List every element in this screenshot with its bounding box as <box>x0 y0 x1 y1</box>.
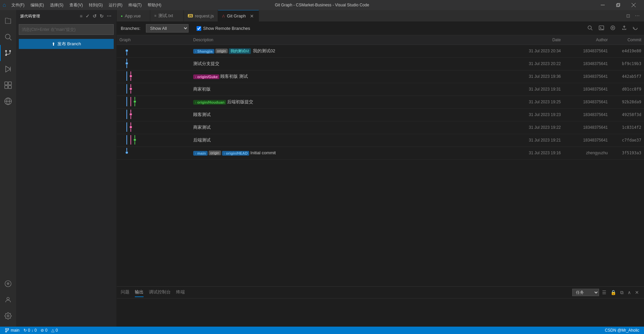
commit-description: 后端测试 <box>191 134 503 147</box>
commit-hash: d01cc8f9 <box>610 83 644 96</box>
activity-remote[interactable] <box>0 93 16 109</box>
panel-copy-icon[interactable]: ⧉ <box>619 289 625 296</box>
status-credit: CSDN @Mr_Aholic <box>603 328 641 333</box>
activity-run[interactable] <box>0 61 16 77</box>
svg-point-27 <box>611 26 615 30</box>
table-row[interactable]: ↓Shangjia origin我的测试02我的测试0231 Jul 2023 … <box>117 45 644 57</box>
show-remote-checkbox[interactable] <box>197 26 201 31</box>
branches-select[interactable]: Show All main origin/Guke origin/Houduan <box>146 24 189 33</box>
activity-account[interactable] <box>0 292 16 308</box>
activity-bar <box>0 10 16 327</box>
status-sync[interactable]: ↻ 0 ↓ 0 <box>21 327 39 334</box>
svg-point-8 <box>9 50 11 52</box>
status-errors-label: ⊘ 0 <box>41 328 47 333</box>
sidebar-more-icon[interactable]: ⋯ <box>106 13 112 19</box>
sidebar: 源代码管理 ≡ ✓ ↺ ↻ ⋯ ⬆ 发布 Branch <box>16 10 117 327</box>
activity-bottom-group <box>0 276 16 324</box>
panel-lock-icon[interactable]: 🔒 <box>609 289 617 296</box>
menu-edit[interactable]: 编辑(E) <box>28 2 47 9</box>
tab-test-txt[interactable]: = 测试.txt <box>150 10 184 21</box>
sidebar-check-icon[interactable]: ✓ <box>85 13 91 19</box>
tab-git-graph-label: Git Graph <box>227 13 246 18</box>
graph-cell <box>117 45 191 57</box>
menu-view[interactable]: 查看(V) <box>67 2 86 9</box>
sidebar-header-icons: ≡ ✓ ↺ ↻ ⋯ <box>79 13 112 19</box>
git-graph-area[interactable]: Graph Description Date Author Commit ↓Sh… <box>117 35 644 286</box>
activity-extensions[interactable] <box>0 77 16 93</box>
publish-branch-button[interactable]: ⬆ 发布 Branch <box>19 39 114 49</box>
sidebar-header: 源代码管理 ≡ ✓ ↺ ↻ ⋯ <box>16 10 116 22</box>
activity-search[interactable] <box>0 29 16 45</box>
commit-msg-text: 顾客初版 测试 <box>220 74 248 79</box>
table-row[interactable]: 测试分支提交31 Jul 2023 20:2218348375641bf9c19… <box>117 57 644 70</box>
menu-file[interactable]: 文件(F) <box>9 2 27 9</box>
commit-description: ↓origin/Houduan 后端初版提交 <box>191 96 503 108</box>
search-commits-icon[interactable] <box>586 24 594 33</box>
sidebar-menu-icon[interactable]: ≡ <box>79 13 84 19</box>
table-row[interactable]: ↓main origin ↓origin/HEAD Initial commit… <box>117 147 644 159</box>
terminal-icon[interactable] <box>597 24 606 33</box>
menu-run[interactable]: 运行(R) <box>106 2 125 9</box>
table-row[interactable]: 商家测试31 Jul 2023 19:22183483756411c8314f2 <box>117 121 644 134</box>
panel-list-icon[interactable]: ☰ <box>601 289 607 296</box>
table-row[interactable]: ↓origin/Houduan 后端初版提交31 Jul 2023 19:251… <box>117 96 644 108</box>
table-row[interactable]: ↓origin/Guke 顾客初版 测试31 Jul 2023 19:36183… <box>117 70 644 83</box>
table-row[interactable]: 后端测试31 Jul 2023 19:2118348375641c7fdae37 <box>117 134 644 147</box>
panel-tab-problems[interactable]: 问题 <box>121 288 129 297</box>
tab-request-js-label: request.js <box>195 13 214 18</box>
settings-icon[interactable] <box>608 24 617 33</box>
tab-test-txt-icon: = <box>154 14 156 18</box>
commit-date: 31 Jul 2023 19:25 <box>503 96 564 108</box>
table-row[interactable]: 商家初版31 Jul 2023 19:3118348375641d01cc8f9 <box>117 83 644 96</box>
minimize-button[interactable] <box>595 0 610 10</box>
panel-tab-debug[interactable]: 调试控制台 <box>149 288 171 297</box>
panel-close-icon[interactable]: ✕ <box>634 289 640 296</box>
panel-tab-terminal[interactable]: 终端 <box>176 288 185 297</box>
activity-source-control[interactable] <box>0 45 16 61</box>
sidebar-undo-icon[interactable]: ↺ <box>92 13 98 19</box>
activity-settings[interactable] <box>0 308 16 324</box>
menu-select[interactable]: 选择(S) <box>47 2 66 9</box>
close-button[interactable] <box>626 0 641 10</box>
commit-author: 18348375641 <box>564 83 610 96</box>
commit-description: 商家初版 <box>191 83 503 96</box>
task-select[interactable]: 任务 <box>572 289 599 296</box>
tab-request-js[interactable]: JS request.js <box>184 10 218 21</box>
svg-line-6 <box>10 39 12 41</box>
sidebar-redo-icon[interactable]: ↻ <box>99 13 105 19</box>
panel-up-icon[interactable]: ∧ <box>627 289 632 296</box>
commit-date: 31 Jul 2023 20:34 <box>503 45 564 57</box>
svg-rect-15 <box>8 86 11 89</box>
tab-app-vue-dot: ● <box>121 14 123 18</box>
status-errors[interactable]: ⊘ 0 <box>39 327 49 334</box>
activity-explorer[interactable] <box>0 13 16 29</box>
split-editor-icon[interactable]: ⊡ <box>625 12 632 19</box>
tab-git-graph[interactable]: ⑃ Git Graph ✕ <box>218 10 259 21</box>
commit-message-input[interactable] <box>19 24 114 35</box>
refresh-icon[interactable] <box>631 24 640 33</box>
table-row[interactable]: 顾客测试31 Jul 2023 19:231834837564149258f3d <box>117 108 644 121</box>
tab-git-graph-close[interactable]: ✕ <box>249 13 255 19</box>
status-right: CSDN @Mr_Aholic <box>603 328 641 333</box>
panel-content <box>117 298 644 327</box>
svg-point-9 <box>5 54 7 56</box>
push-icon[interactable] <box>620 24 629 33</box>
panel-tab-output[interactable]: 输出 <box>135 288 144 297</box>
tab-app-vue[interactable]: ● App.vue <box>117 10 150 21</box>
more-tabs-icon[interactable]: ⋯ <box>633 12 641 19</box>
menu-help[interactable]: 帮助(H) <box>145 2 164 9</box>
svg-rect-0 <box>601 5 605 5</box>
menu-goto[interactable]: 转到(G) <box>86 2 105 9</box>
tab-test-txt-label: 测试.txt <box>158 13 173 19</box>
activity-copilot[interactable] <box>0 276 16 292</box>
git-table-header: Graph Description Date Author Commit <box>117 35 644 45</box>
branch-tag: ↓origin/Guke <box>193 74 219 79</box>
status-warnings[interactable]: △ 0 <box>49 327 60 334</box>
menu-terminal[interactable]: 终端(T) <box>126 2 144 9</box>
restore-button[interactable] <box>610 0 626 10</box>
commit-msg-text: 商家初版 <box>193 87 211 92</box>
svg-rect-13 <box>8 82 11 85</box>
git-table: Graph Description Date Author Commit ↓Sh… <box>117 35 644 160</box>
svg-point-5 <box>5 34 10 39</box>
status-branch[interactable]: main <box>3 327 21 334</box>
